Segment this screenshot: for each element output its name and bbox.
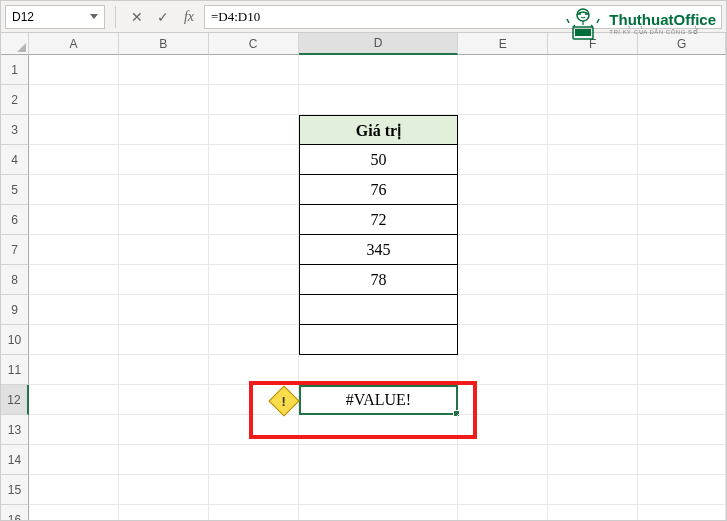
cell-B7[interactable] [119, 235, 209, 265]
cell-D1[interactable] [299, 55, 459, 85]
cell-A16[interactable] [29, 505, 119, 520]
cell-C13[interactable] [209, 415, 299, 445]
cell-G3[interactable] [638, 115, 726, 145]
cell-F10[interactable] [548, 325, 638, 355]
cell-E13[interactable] [458, 415, 548, 445]
cell-E5[interactable] [458, 175, 548, 205]
cell-E6[interactable] [458, 205, 548, 235]
cell-E12[interactable] [458, 385, 548, 415]
cell-B1[interactable] [119, 55, 209, 85]
cell-B8[interactable] [119, 265, 209, 295]
row-header-13[interactable]: 13 [1, 415, 29, 445]
cell-B15[interactable] [119, 475, 209, 505]
cell-D8[interactable]: 78 [299, 265, 459, 295]
cell-B3[interactable] [119, 115, 209, 145]
cell-E2[interactable] [458, 85, 548, 115]
row-header-5[interactable]: 5 [1, 175, 29, 205]
cell-F2[interactable] [548, 85, 638, 115]
cell-D16[interactable] [299, 505, 459, 520]
cell-G2[interactable] [638, 85, 726, 115]
cell-C11[interactable] [209, 355, 299, 385]
cell-D9[interactable] [299, 295, 459, 325]
cell-C6[interactable] [209, 205, 299, 235]
cell-B13[interactable] [119, 415, 209, 445]
cell-F7[interactable] [548, 235, 638, 265]
cell-E16[interactable] [458, 505, 548, 520]
col-header-A[interactable]: A [29, 33, 119, 55]
cell-B9[interactable] [119, 295, 209, 325]
cell-E3[interactable] [458, 115, 548, 145]
cell-A14[interactable] [29, 445, 119, 475]
row-header-6[interactable]: 6 [1, 205, 29, 235]
cell-D7[interactable]: 345 [299, 235, 459, 265]
cell-B14[interactable] [119, 445, 209, 475]
cell-F14[interactable] [548, 445, 638, 475]
row-header-8[interactable]: 8 [1, 265, 29, 295]
cell-F6[interactable] [548, 205, 638, 235]
cell-A9[interactable] [29, 295, 119, 325]
cell-F9[interactable] [548, 295, 638, 325]
cell-B6[interactable] [119, 205, 209, 235]
row-header-16[interactable]: 16 [1, 505, 29, 520]
cell-G11[interactable] [638, 355, 726, 385]
cell-D3[interactable]: Giá trị [299, 115, 459, 145]
cell-F11[interactable] [548, 355, 638, 385]
cell-G13[interactable] [638, 415, 726, 445]
cell-A2[interactable] [29, 85, 119, 115]
cell-A5[interactable] [29, 175, 119, 205]
row-header-12[interactable]: 12 [1, 385, 29, 415]
cell-F8[interactable] [548, 265, 638, 295]
cell-C1[interactable] [209, 55, 299, 85]
row-header-3[interactable]: 3 [1, 115, 29, 145]
cell-B4[interactable] [119, 145, 209, 175]
row-header-10[interactable]: 10 [1, 325, 29, 355]
cell-G7[interactable] [638, 235, 726, 265]
select-all-corner[interactable] [1, 33, 29, 55]
enter-icon[interactable]: ✓ [152, 6, 174, 28]
cell-G8[interactable] [638, 265, 726, 295]
col-header-C[interactable]: C [209, 33, 299, 55]
cell-E9[interactable] [458, 295, 548, 325]
cancel-icon[interactable]: ✕ [126, 6, 148, 28]
cell-G15[interactable] [638, 475, 726, 505]
row-header-11[interactable]: 11 [1, 355, 29, 385]
row-header-2[interactable]: 2 [1, 85, 29, 115]
cell-A11[interactable] [29, 355, 119, 385]
cell-E14[interactable] [458, 445, 548, 475]
cell-F5[interactable] [548, 175, 638, 205]
cell-A10[interactable] [29, 325, 119, 355]
cell-E11[interactable] [458, 355, 548, 385]
cell-E15[interactable] [458, 475, 548, 505]
cell-F3[interactable] [548, 115, 638, 145]
cell-C7[interactable] [209, 235, 299, 265]
row-header-15[interactable]: 15 [1, 475, 29, 505]
cell-D14[interactable] [299, 445, 459, 475]
name-box[interactable]: D12 [5, 5, 105, 29]
cell-A8[interactable] [29, 265, 119, 295]
cell-B2[interactable] [119, 85, 209, 115]
cell-A7[interactable] [29, 235, 119, 265]
cell-G1[interactable] [638, 55, 726, 85]
cell-A1[interactable] [29, 55, 119, 85]
col-header-E[interactable]: E [458, 33, 548, 55]
cell-C3[interactable] [209, 115, 299, 145]
cell-A15[interactable] [29, 475, 119, 505]
name-box-dropdown-icon[interactable] [90, 14, 98, 19]
cell-B10[interactable] [119, 325, 209, 355]
cell-D5[interactable]: 76 [299, 175, 459, 205]
cell-E8[interactable] [458, 265, 548, 295]
cell-E4[interactable] [458, 145, 548, 175]
cell-D6[interactable]: 72 [299, 205, 459, 235]
cell-C2[interactable] [209, 85, 299, 115]
cell-D12[interactable]: #VALUE! [299, 385, 459, 415]
cell-G5[interactable] [638, 175, 726, 205]
cell-C9[interactable] [209, 295, 299, 325]
cell-G4[interactable] [638, 145, 726, 175]
cell-F13[interactable] [548, 415, 638, 445]
cell-B5[interactable] [119, 175, 209, 205]
row-header-7[interactable]: 7 [1, 235, 29, 265]
cell-D13[interactable] [299, 415, 459, 445]
cell-A4[interactable] [29, 145, 119, 175]
cell-E10[interactable] [458, 325, 548, 355]
col-header-D[interactable]: D [299, 33, 459, 55]
